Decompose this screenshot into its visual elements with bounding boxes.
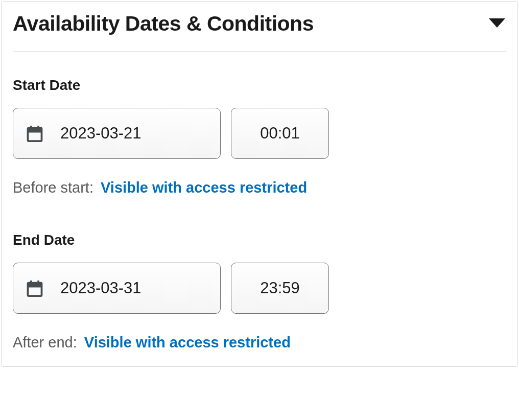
start-time-input[interactable]: 00:01 bbox=[231, 108, 329, 159]
end-date-label: End Date bbox=[13, 232, 506, 248]
availability-panel: Availability Dates & Conditions Start Da… bbox=[1, 1, 518, 367]
panel-title: Availability Dates & Conditions bbox=[13, 12, 314, 36]
chevron-down-icon bbox=[488, 17, 506, 31]
end-date-input[interactable]: 2023-03-31 bbox=[13, 263, 221, 314]
start-date-input-row: 2023-03-21 00:01 bbox=[13, 108, 506, 159]
start-date-label: Start Date bbox=[13, 77, 506, 94]
before-start-link[interactable]: Visible with access restricted bbox=[101, 179, 307, 196]
svg-marker-0 bbox=[489, 18, 505, 28]
start-date-input[interactable]: 2023-03-21 bbox=[13, 108, 221, 159]
svg-rect-4 bbox=[37, 126, 39, 130]
after-end-link[interactable]: Visible with access restricted bbox=[84, 334, 291, 351]
end-date-input-row: 2023-03-31 23:59 bbox=[13, 263, 506, 314]
svg-rect-7 bbox=[30, 281, 32, 285]
svg-rect-8 bbox=[37, 281, 39, 285]
before-start-status: Before start: Visible with access restri… bbox=[13, 179, 506, 196]
after-end-status: After end: Visible with access restricte… bbox=[13, 334, 506, 351]
start-date-value: 2023-03-21 bbox=[60, 124, 141, 143]
calendar-icon bbox=[26, 124, 44, 143]
end-time-value: 23:59 bbox=[260, 279, 300, 297]
after-end-label: After end: bbox=[13, 334, 77, 351]
panel-header[interactable]: Availability Dates & Conditions bbox=[13, 12, 506, 52]
calendar-icon bbox=[26, 279, 44, 297]
svg-rect-3 bbox=[30, 126, 32, 130]
end-date-section: End Date 2023-03-31 23:59 After end: bbox=[13, 232, 506, 351]
end-date-value: 2023-03-31 bbox=[60, 279, 141, 297]
svg-rect-6 bbox=[28, 283, 42, 288]
end-time-input[interactable]: 23:59 bbox=[231, 263, 329, 314]
start-time-value: 00:01 bbox=[260, 124, 300, 143]
start-date-section: Start Date 2023-03-21 00:01 Before start… bbox=[13, 77, 506, 196]
svg-rect-2 bbox=[28, 128, 42, 133]
before-start-label: Before start: bbox=[13, 179, 93, 196]
